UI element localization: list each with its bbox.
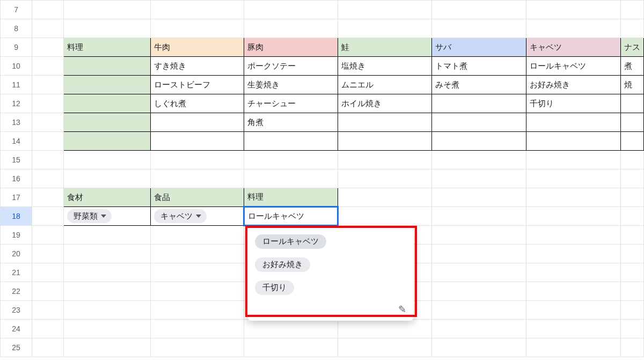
cell[interactable] [244,1,338,19]
cell[interactable]: チャーシュー [244,94,338,113]
cell[interactable]: ポークソテー [244,57,338,76]
cell[interactable] [432,338,526,357]
cell[interactable] [620,301,643,320]
cell[interactable] [63,132,150,151]
cell[interactable]: ローストビーフ [151,76,244,94]
cell[interactable] [32,263,64,282]
cell[interactable] [432,188,526,207]
cell[interactable] [526,19,620,38]
cell[interactable] [620,94,643,113]
cell[interactable]: 煮 [620,57,643,76]
cell[interactable] [63,263,150,282]
cell[interactable] [63,301,150,320]
cell[interactable] [338,113,432,132]
pencil-icon[interactable]: ✎ [255,304,406,315]
cell[interactable] [151,151,244,169]
cell[interactable] [432,1,526,19]
cell[interactable] [526,226,620,245]
cell[interactable]: ホイル焼き [338,94,432,113]
cell[interactable] [432,151,526,169]
cell[interactable] [151,338,244,357]
cell[interactable]: 食材 [63,188,150,207]
row-header[interactable]: 25 [1,338,32,357]
cell[interactable] [526,301,620,320]
cell[interactable] [526,263,620,282]
cell[interactable] [63,76,150,94]
cell[interactable] [526,132,620,151]
cell[interactable] [338,188,432,207]
row-header[interactable]: 7 [1,1,32,19]
row-header[interactable]: 15 [1,151,32,169]
cell[interactable] [526,113,620,132]
cell[interactable] [32,57,64,76]
cell[interactable] [151,1,244,19]
cell[interactable] [526,245,620,263]
cell[interactable] [32,169,64,188]
cell[interactable] [63,245,150,263]
cell[interactable] [620,282,643,301]
cell[interactable] [63,113,150,132]
cell[interactable] [432,301,526,320]
cell[interactable] [151,320,244,338]
cell[interactable] [338,1,432,19]
cell[interactable] [432,320,526,338]
cell[interactable] [32,338,64,357]
cell[interactable] [151,263,244,282]
cell[interactable] [338,338,432,357]
row-header[interactable]: 11 [1,76,32,94]
cell[interactable] [526,338,620,357]
cell[interactable] [244,320,338,338]
cell[interactable] [244,169,338,188]
cell[interactable] [32,245,64,263]
cell[interactable] [620,113,643,132]
cell[interactable] [32,207,64,226]
cell[interactable] [338,169,432,188]
row-header[interactable]: 8 [1,19,32,38]
cell[interactable] [432,207,526,226]
cell[interactable] [526,282,620,301]
dropdown-chip[interactable]: キャベツ [154,209,207,223]
row-header[interactable]: 20 [1,245,32,263]
cell[interactable] [63,338,150,357]
cell[interactable] [32,94,64,113]
dropdown-chip[interactable]: 野菜類 [67,209,112,223]
cell[interactable] [63,169,150,188]
cell[interactable] [63,226,150,245]
cell[interactable] [432,113,526,132]
cell[interactable] [620,263,643,282]
cell[interactable]: すき焼き [151,57,244,76]
cell[interactable]: みそ煮 [432,76,526,94]
cell[interactable]: 焼 [620,76,643,94]
cell[interactable] [620,1,643,19]
cell[interactable]: 料理 [63,38,150,57]
row-header[interactable]: 9 [1,38,32,57]
cell[interactable] [620,207,643,226]
cell[interactable] [432,263,526,282]
cell[interactable]: ロールキャベツ [526,57,620,76]
cell[interactable] [244,338,338,357]
cell[interactable] [151,226,244,245]
row-header[interactable]: 14 [1,132,32,151]
cell[interactable]: ナス [620,38,643,57]
cell[interactable]: 千切り [526,94,620,113]
row-header[interactable]: 10 [1,57,32,76]
cell[interactable]: 生姜焼き [244,76,338,94]
cell[interactable] [244,19,338,38]
cell[interactable] [244,151,338,169]
cell[interactable] [526,169,620,188]
cell[interactable] [620,226,643,245]
cell[interactable]: 塩焼き [338,57,432,76]
cell[interactable] [338,132,432,151]
cell[interactable] [526,207,620,226]
cell[interactable] [620,188,643,207]
cell[interactable] [620,151,643,169]
cell[interactable] [32,188,64,207]
cell[interactable] [620,132,643,151]
dropdown-option[interactable]: 千切り [255,280,294,295]
row-header[interactable]: 16 [1,169,32,188]
cell[interactable] [63,151,150,169]
row-header[interactable]: 12 [1,94,32,113]
cell[interactable]: サバ [432,38,526,57]
cell[interactable]: 食品 [151,188,244,207]
cell[interactable] [432,169,526,188]
